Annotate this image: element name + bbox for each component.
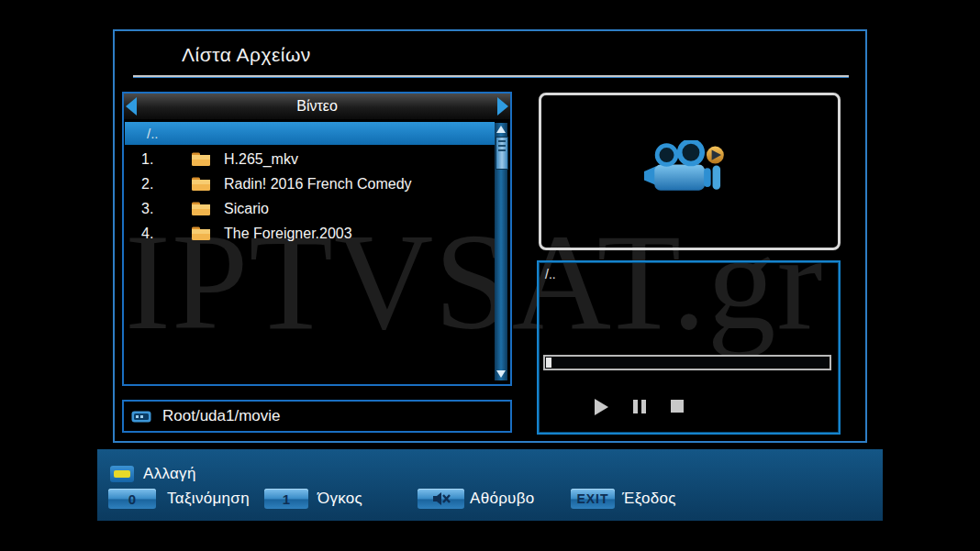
play-icon[interactable] (595, 399, 608, 415)
tv-screen: IPTVSAT.gr Λίστα Αρχείων Βίντεο /.. 1. H… (0, 0, 980, 551)
scroll-up-arrow-icon[interactable] (496, 126, 506, 133)
parent-dir-label: /.. (147, 126, 159, 141)
list-item[interactable]: 1. H.265_mkv (125, 147, 495, 171)
item-name: The Foreigner.2003 (224, 226, 352, 242)
folder-icon (191, 201, 211, 216)
pause-icon[interactable] (633, 400, 646, 413)
item-index: 1. (141, 151, 171, 168)
sort-label: Ταξινόμηση (167, 490, 250, 508)
chevron-left-icon[interactable] (126, 97, 137, 116)
mute-key-button[interactable] (418, 489, 464, 509)
folder-icon (191, 151, 211, 167)
media-path-label: /.. (545, 267, 556, 281)
mute-label: Αθόρυβο (470, 490, 535, 508)
media-player-pane: /.. (537, 260, 841, 435)
current-path: Root/uda1/movie (162, 407, 281, 425)
usb-drive-icon (131, 411, 151, 423)
exit-key-button[interactable]: EXIT (571, 489, 615, 509)
title-divider (133, 75, 849, 78)
folder-icon (191, 176, 211, 192)
hotkey-bar: Αλλαγή 0 Ταξινόμηση 1 Όγκος Αθόρυβο EXIT… (97, 449, 883, 521)
video-camera-icon (642, 140, 738, 203)
yellow-color-key-button[interactable] (110, 466, 134, 482)
current-path-bar: Root/uda1/movie (122, 400, 512, 433)
key-0-glyph: 0 (128, 491, 136, 507)
item-index: 3. (141, 201, 171, 217)
stop-icon[interactable] (671, 400, 684, 413)
item-name: Sicario (224, 201, 269, 217)
category-header: Βίντεο (124, 94, 510, 119)
scrollbar-thumb[interactable] (496, 137, 508, 170)
item-name: Radin! 2016 French Comedy (224, 176, 412, 193)
item-index: 4. (141, 226, 171, 242)
playback-progress-bar[interactable] (543, 355, 831, 370)
key-0-button[interactable]: 0 (108, 489, 156, 509)
video-preview-pane (539, 93, 841, 250)
list-item[interactable]: 2. Radin! 2016 French Comedy (125, 171, 495, 196)
exit-key-glyph: EXIT (576, 491, 608, 506)
file-list-panel: Βίντεο /.. 1. H.265_mkv 2. Radin! 2016 F… (122, 92, 512, 386)
item-name: H.265_mkv (224, 151, 298, 168)
media-controls (539, 398, 839, 416)
exit-label: Έξοδος (622, 490, 676, 508)
page-title: Λίστα Αρχείων (182, 44, 311, 66)
volume-label: Όγκος (317, 490, 362, 508)
scroll-down-arrow-icon[interactable] (496, 370, 506, 378)
list-item[interactable]: 3. Sicario (125, 196, 495, 221)
category-label: Βίντεο (296, 98, 338, 115)
list-item-parent-dir[interactable]: /.. (125, 122, 495, 145)
key-1-button[interactable]: 1 (264, 489, 308, 509)
folder-icon (191, 226, 211, 241)
chevron-right-icon[interactable] (497, 97, 508, 116)
mute-speaker-icon (432, 491, 451, 506)
item-index: 2. (141, 176, 171, 193)
change-label: Αλλαγή (143, 465, 196, 483)
progress-fill (546, 358, 551, 368)
scrollbar[interactable] (495, 123, 507, 380)
yellow-key-icon (114, 470, 130, 478)
key-1-glyph: 1 (283, 491, 290, 507)
list-item[interactable]: 4. The Foreigner.2003 (125, 221, 495, 246)
